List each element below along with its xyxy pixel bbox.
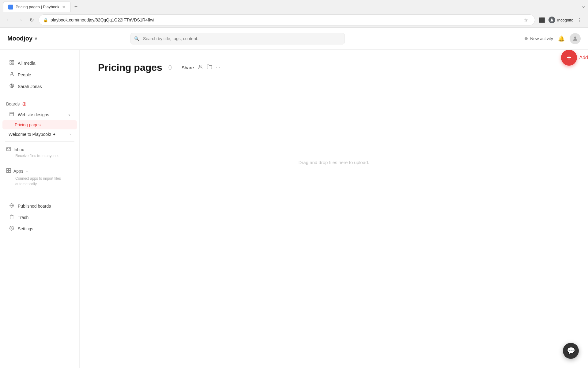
header-actions: New activity 🔔 (525, 33, 581, 44)
svg-rect-14 (9, 171, 11, 173)
address-bar[interactable]: 🔒 playbook.com/moodjoy/82QgQq1G22IFTnVDS… (39, 14, 535, 25)
add-board-button[interactable]: ⊕ (22, 101, 27, 107)
sidebar-item-trash[interactable]: Trash (2, 212, 77, 223)
svg-point-1 (574, 36, 576, 39)
share-button[interactable]: Share (182, 65, 194, 70)
sidebar-item-pricing-pages[interactable]: Pricing pages (2, 120, 77, 129)
sidebar-bottom: Published boards Trash Settings (0, 189, 79, 234)
inbox-icon (6, 147, 11, 152)
more-action-icon[interactable]: ··· (216, 65, 220, 71)
boards-label: Boards (6, 102, 20, 106)
settings-label: Settings (18, 226, 71, 231)
pricing-pages-label: Pricing pages (15, 122, 41, 127)
trash-icon (9, 214, 15, 220)
sidebar-item-apps[interactable]: Apps + (6, 168, 73, 174)
svg-point-19 (199, 65, 201, 67)
content-header: Pricing pages 0 Share ··· (98, 62, 570, 73)
bookmark-icon[interactable]: ☆ (521, 15, 530, 25)
content-title: Pricing pages (98, 62, 162, 73)
published-boards-icon (9, 203, 15, 209)
tab-list-button[interactable]: ⌵ (582, 3, 585, 9)
forward-button[interactable]: → (15, 15, 24, 25)
sidebar-item-all-media[interactable]: All media (2, 57, 77, 69)
chat-widget[interactable]: 💬 (563, 343, 579, 359)
inbox-section: Inbox Receive files from anyone. (0, 144, 79, 160)
apps-sublabel: Connect apps to import files automatical… (6, 176, 73, 187)
active-tab[interactable]: Pricing pages | Playbook ✕ (3, 1, 71, 12)
sidebar-item-inbox[interactable]: Inbox (6, 147, 73, 152)
add-button[interactable] (561, 50, 577, 66)
sidebar-item-settings[interactable]: Settings (2, 223, 77, 234)
svg-rect-15 (6, 171, 8, 173)
apps-section: Apps + Connect apps to import files auto… (0, 166, 79, 189)
add-button-wrapper: Add (561, 50, 588, 66)
svg-rect-13 (9, 168, 11, 170)
search-bar: 🔍 (130, 33, 345, 44)
sidebar-people-label: People (18, 72, 71, 77)
sidebar-item-user[interactable]: Sarah Jonas (2, 81, 77, 92)
welcome-chevron-icon: › (70, 132, 71, 136)
inbox-label: Inbox (13, 147, 24, 152)
apps-icon (6, 168, 11, 174)
settings-icon (9, 226, 15, 232)
sidebar-all-media-label: All media (18, 61, 71, 66)
svg-point-18 (11, 228, 12, 229)
sidebar-item-website-designs[interactable]: Website designs ∨ (2, 109, 77, 120)
sidebar: All media People Sarah Jonas (0, 50, 80, 368)
drop-zone[interactable]: Drag and drop files here to upload. (98, 86, 570, 239)
sidebar-divider-2 (5, 141, 74, 142)
search-input[interactable] (130, 33, 345, 44)
folder-action-icon[interactable] (207, 64, 212, 71)
back-button[interactable]: ← (4, 15, 13, 25)
incognito-badge: Incognito (548, 17, 573, 23)
chat-icon: 💬 (567, 347, 575, 355)
tab-favicon (8, 5, 13, 10)
content-actions: Share ··· (182, 64, 220, 71)
sidebar-divider-4 (5, 198, 74, 198)
tab-close-button[interactable]: ✕ (62, 5, 66, 10)
main-content: All media People Sarah Jonas (0, 50, 588, 368)
sidebar-item-people[interactable]: People (2, 69, 77, 80)
logo-chevron-icon: ∨ (34, 36, 37, 41)
search-icon: 🔍 (134, 36, 139, 41)
website-designs-chevron: ∨ (68, 113, 71, 117)
sidebar-item-published-boards[interactable]: Published boards (2, 201, 77, 212)
content-count: 0 (168, 64, 172, 71)
svg-rect-2 (10, 60, 11, 62)
new-activity-label: New activity (530, 36, 553, 41)
logo[interactable]: Moodjoy ∨ (7, 35, 37, 42)
apps-add-icon: + (26, 169, 28, 174)
people-icon (9, 71, 15, 78)
svg-rect-9 (10, 112, 13, 116)
extensions-button[interactable]: ⬛ (537, 15, 547, 25)
svg-point-8 (11, 84, 12, 86)
svg-point-0 (551, 18, 553, 20)
tab-title-text: Pricing pages | Playbook (16, 5, 59, 9)
boards-section-header: Boards ⊕ (0, 99, 79, 109)
svg-rect-3 (12, 60, 13, 62)
incognito-label: Incognito (557, 18, 573, 22)
reload-button[interactable]: ↻ (27, 15, 36, 25)
website-designs-label: Website designs (18, 112, 49, 117)
new-activity-button[interactable]: New activity (525, 36, 553, 41)
sidebar-item-welcome[interactable]: Welcome to Playbook! ✦ › (2, 130, 77, 139)
all-media-icon (9, 60, 15, 66)
apps-label: Apps (13, 169, 23, 174)
add-label: Add (579, 55, 588, 60)
svg-point-6 (11, 72, 13, 74)
url-text: playbook.com/moodjoy/82QgQq1G22IFTnVDS1R… (51, 17, 519, 22)
notifications-button[interactable]: 🔔 (558, 35, 565, 42)
menu-button[interactable]: ⋮ (575, 15, 584, 25)
published-boards-label: Published boards (18, 204, 71, 209)
new-tab-button[interactable]: + (72, 2, 80, 11)
incognito-icon (548, 17, 555, 23)
sidebar-divider-3 (5, 163, 74, 163)
lock-icon: 🔒 (43, 18, 48, 22)
app-header: Moodjoy ∨ 🔍 New activity 🔔 (0, 28, 588, 50)
sidebar-user-label: Sarah Jonas (18, 84, 71, 89)
avatar[interactable] (570, 33, 581, 44)
logo-text: Moodjoy (7, 35, 32, 42)
drag-drop-text: Drag and drop files here to upload. (299, 160, 369, 165)
welcome-label: Welcome to Playbook! ✦ (9, 132, 56, 137)
person-action-icon[interactable] (198, 64, 203, 71)
